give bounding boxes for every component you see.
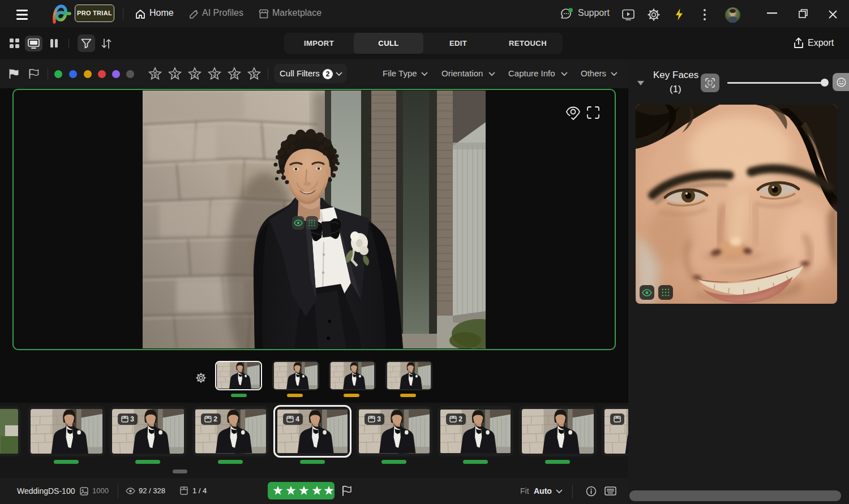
svg-text:4: 4	[233, 71, 236, 77]
svg-text:3: 3	[213, 71, 216, 77]
svg-text:0: 0	[153, 71, 157, 77]
svg-text:2: 2	[193, 71, 196, 77]
svg-text:5: 5	[252, 71, 256, 77]
svg-text:1: 1	[173, 71, 177, 77]
